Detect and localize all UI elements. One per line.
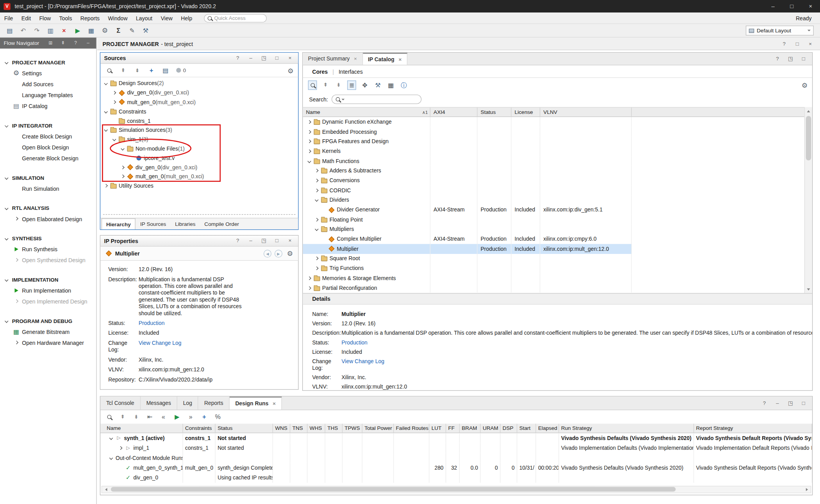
flow-item-run-synthesis[interactable]: Run Synthesis — [0, 243, 96, 254]
chevron-down-icon[interactable] — [313, 199, 320, 201]
catalog-row-kernels[interactable]: Kernels — [303, 146, 804, 156]
subtab-cores[interactable]: Cores — [312, 68, 328, 75]
catalog-row-multiplier[interactable]: MultiplierProductionIncludedxilinx.com:i… — [303, 244, 804, 254]
column-header-status[interactable]: Status — [216, 424, 273, 433]
close-tab-icon[interactable]: × — [354, 56, 357, 62]
plus-button[interactable]: + — [200, 412, 209, 422]
minimize-button[interactable]: – — [84, 38, 93, 48]
help-button[interactable]: ? — [233, 236, 242, 245]
skip-start-button[interactable]: ⇤ — [145, 412, 154, 422]
flow-item-open-elaborated-design[interactable]: Open Elaborated Design — [0, 213, 96, 224]
catalog-row-fpga-features-and-design[interactable]: FPGA Features and Design — [303, 137, 804, 146]
menu-layout[interactable]: Layout — [132, 12, 157, 23]
flow-section-header-implementation[interactable]: IMPLEMENTATION — [0, 274, 96, 285]
run-button[interactable]: ▶ — [173, 412, 182, 422]
gear-button[interactable]: ⚙ — [800, 80, 809, 90]
file-button[interactable]: ▤ — [161, 66, 170, 75]
source-tree-item-utility-sources[interactable]: Utility Sources — [100, 181, 298, 190]
column-header-license[interactable]: License — [512, 108, 540, 117]
column-header-vlnv[interactable]: VLNV — [540, 108, 631, 117]
field-value[interactable]: View Change Log — [342, 358, 812, 371]
chevron-down-icon[interactable] — [119, 147, 126, 150]
chevron-right-icon[interactable] — [13, 300, 20, 303]
source-tree-item-div-gen-0[interactable]: div_gen_0 (div_gen_0.xci) — [100, 88, 298, 98]
chevron-down-icon[interactable] — [108, 437, 114, 440]
tab-libraries[interactable]: Libraries — [171, 218, 200, 229]
menu-window[interactable]: Window — [104, 12, 132, 23]
maximize-button[interactable]: □ — [799, 54, 808, 64]
tab-project-summary[interactable]: Project Summary× — [303, 53, 362, 65]
flow-item-open-synthesized-design[interactable]: Open Synthesized Design — [0, 254, 96, 265]
chevron-right-icon[interactable] — [119, 175, 126, 178]
edit-button[interactable]: ✎ — [128, 26, 137, 35]
collapse-button[interactable]: ⇞ — [118, 412, 127, 422]
catalog-row-dividers[interactable]: Dividers — [303, 195, 804, 205]
flow-item-open-hardware-manager[interactable]: Open Hardware Manager — [0, 337, 96, 348]
run-row-mult-gen-0-synth-1[interactable]: ✓mult_gen_0_synth_1mult_gen_0synth_desig… — [100, 463, 812, 473]
save-button[interactable]: ▤ — [5, 26, 14, 35]
column-header-elapsed[interactable]: Elapsed — [536, 424, 559, 433]
quick-access-search[interactable]: Quick Access — [204, 14, 267, 22]
maximize-button[interactable]: □ — [793, 39, 802, 48]
flow-item-generate-bitstream[interactable]: ▦Generate Bitstream — [0, 326, 96, 337]
help-button[interactable]: ? — [760, 398, 769, 408]
scroll-down-icon[interactable] — [805, 285, 812, 293]
ip-properties-titlebar[interactable]: IP Properties ?–◳□× — [100, 236, 298, 247]
sources-titlebar[interactable]: Sources ?–◳□× — [100, 53, 298, 64]
layout-selector[interactable]: Default Layout — [746, 26, 814, 35]
splitter-handle[interactable] — [103, 214, 296, 215]
menu-edit[interactable]: Edit — [17, 12, 35, 23]
column-header-dsp[interactable]: DSP — [501, 424, 517, 433]
catalog-row-math-functions[interactable]: Math Functions — [303, 156, 804, 166]
close-tab-icon[interactable]: × — [273, 401, 276, 406]
column-header-report-strategy[interactable]: Report Strategy — [694, 424, 812, 433]
expand-button[interactable]: ⇟ — [334, 80, 343, 90]
column-header-tpws[interactable]: TPWS — [342, 424, 362, 433]
help-button[interactable]: ? — [773, 54, 782, 64]
plus-button[interactable]: + — [147, 66, 156, 75]
column-header-ths[interactable]: THS — [325, 424, 342, 433]
catalog-row-partial-reconfiguration[interactable]: Partial Reconfiguration — [303, 283, 804, 293]
help-button[interactable]: ? — [780, 39, 789, 48]
hierarchy-button[interactable]: ≣ — [347, 80, 356, 90]
tab-design-runs[interactable]: Design Runs× — [230, 397, 282, 410]
chevron-right-icon[interactable] — [306, 130, 312, 133]
catalog-row-floating-point[interactable]: Floating Point — [303, 215, 804, 224]
tab-log[interactable]: Log — [177, 397, 198, 410]
search-button[interactable] — [105, 412, 114, 422]
chevron-right-icon[interactable] — [313, 267, 320, 270]
catalog-row-memories-storage-elements[interactable]: Memories & Storage Elements — [303, 273, 804, 283]
column-header-ff[interactable]: FF — [446, 424, 460, 433]
source-tree-item-constrs-1[interactable]: constrs_1 — [100, 116, 298, 126]
flow-section-header-rtl-analysis[interactable]: RTL ANALYSIS — [0, 203, 96, 213]
horizontal-scrollbar[interactable] — [102, 486, 811, 493]
window-maximize-button[interactable]: □ — [783, 0, 801, 12]
debug-button[interactable]: ⚒ — [141, 26, 150, 35]
catalog-row-multipliers[interactable]: Multipliers — [303, 224, 804, 234]
column-header-lut[interactable]: LUT — [430, 424, 446, 433]
chevron-down-icon[interactable] — [103, 110, 109, 113]
scroll-right-icon[interactable] — [803, 486, 811, 493]
flow-item-open-block-design[interactable]: Open Block Design — [0, 142, 96, 153]
chevron-down-icon[interactable] — [3, 207, 10, 209]
catalog-row-conversions[interactable]: Conversions — [303, 176, 804, 185]
field-value[interactable]: Production — [139, 320, 165, 327]
tab-hierarchy[interactable]: Hierarchy — [102, 218, 135, 229]
scroll-up-icon[interactable] — [805, 107, 812, 115]
back-button[interactable]: ◀ — [264, 250, 271, 257]
tab-compile-order[interactable]: Compile Order — [200, 218, 243, 229]
chevron-right-icon[interactable] — [103, 185, 109, 187]
catalog-row-trig-functions[interactable]: Trig Functions — [303, 263, 804, 273]
column-header-uram[interactable]: URAM — [481, 424, 501, 433]
menu-view[interactable]: View — [157, 12, 177, 23]
collapse-button[interactable]: ⇞ — [119, 66, 128, 75]
collapse-button[interactable]: ⇞ — [59, 38, 68, 48]
minimize-button[interactable]: – — [246, 236, 255, 245]
chevron-right-icon[interactable] — [119, 166, 126, 169]
tab-messages[interactable]: Messages — [141, 397, 177, 410]
flow-item-run-implementation[interactable]: Run Implementation — [0, 285, 96, 296]
chevron-right-icon[interactable] — [313, 257, 320, 260]
chevron-right-icon[interactable] — [313, 218, 320, 221]
menu-help[interactable]: Help — [177, 12, 196, 23]
column-header-status[interactable]: Status — [478, 108, 512, 117]
